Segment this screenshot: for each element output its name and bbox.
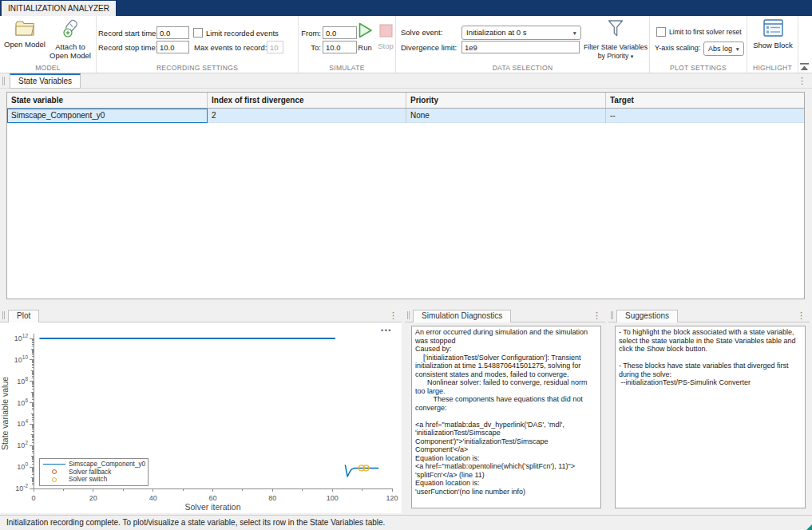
cell-priority[interactable]: None	[406, 109, 606, 123]
section-label-plot-settings: PLOT SETTINGS	[650, 64, 747, 72]
legend-circle-sample	[40, 477, 69, 482]
from-input[interactable]	[323, 26, 357, 39]
panel-drag-handle[interactable]	[407, 311, 410, 319]
tab-state-variables[interactable]: State Variables	[10, 73, 81, 89]
diagnostics-content: An error occurred during simulation and …	[405, 322, 605, 513]
suggestions-tabbar: Suggestions ⋮	[608, 309, 810, 322]
y-axis-scaling-dropdown[interactable]: Abs log ▼	[703, 42, 744, 56]
simulation-diagnostics-panel: Simulation Diagnostics ⋮ An error occurr…	[405, 309, 605, 513]
svg-text:120: 120	[386, 494, 398, 502]
max-events-to-record-label: Max events to record:	[194, 42, 267, 53]
tab-suggestions[interactable]: Suggestions	[616, 310, 678, 322]
open-model-button[interactable]: Open Model	[3, 18, 46, 49]
state-variables-menu-icon[interactable]: ⋮	[798, 77, 806, 85]
from-label: From:	[300, 27, 321, 39]
plot-overflow-icon[interactable]: •••	[381, 326, 392, 334]
section-model: Open Model Attach to Open Model MODEL	[0, 16, 97, 73]
section-simulate: From: To: Run Stop SIMUL	[299, 16, 396, 73]
plot-panel: Plot ⋮ ••• 10-21001021041061081010101202…	[0, 309, 402, 513]
section-label-data-selection: DATA SELECTION	[396, 64, 649, 72]
svg-text:60: 60	[208, 494, 216, 502]
y-axis-scaling-label: Y-axis scaling:	[655, 42, 700, 54]
plot-menu-icon[interactable]: ⋮	[389, 311, 398, 320]
cell-index-of-first-divergence[interactable]: 2	[208, 109, 406, 123]
title-bar: INITIALIZATION ANALYZER	[0, 0, 812, 16]
plot-tabbar: Plot ⋮	[0, 309, 402, 322]
filter-funnel-icon	[581, 19, 650, 41]
table-row[interactable]: Simscape_Component_y0 2 None --	[7, 109, 804, 123]
table-header-row: State variable Index of first divergence…	[7, 93, 804, 109]
resize-grip[interactable]	[806, 524, 812, 530]
header-target[interactable]: Target	[606, 93, 804, 108]
panel-drag-handle[interactable]	[611, 311, 613, 319]
svg-text:20: 20	[89, 494, 97, 502]
filter-caret-icon: ▾	[631, 53, 634, 59]
panel-drag-handle[interactable]	[2, 311, 5, 319]
state-variables-tabbar	[0, 73, 812, 89]
dropdown-caret-icon: ▼	[572, 27, 577, 40]
attach-to-open-model-button[interactable]: Attach to Open Model	[48, 18, 93, 60]
svg-text:0: 0	[31, 494, 35, 502]
stop-label: Stop	[378, 42, 394, 50]
run-label: Run	[358, 43, 371, 52]
open-model-label: Open Model	[4, 40, 46, 49]
collapse-ribbon-icon[interactable]	[799, 61, 810, 70]
svg-text:106: 106	[17, 398, 28, 407]
filter-state-variables-label: Filter State Variables by Priority	[584, 43, 648, 60]
svg-text:1012: 1012	[14, 333, 29, 342]
record-stop-time-input[interactable]	[156, 41, 189, 53]
header-index-of-first-divergence[interactable]: Index of first divergence	[208, 93, 406, 108]
solve-event-dropdown[interactable]: Initialization at 0 s ▼	[461, 26, 581, 40]
header-priority[interactable]: Priority	[406, 93, 606, 108]
diagnostics-menu-icon[interactable]: ⋮	[592, 311, 601, 320]
legend-label: Solver fallback	[69, 469, 111, 476]
suggestions-panel: Suggestions ⋮ - To highlight the block a…	[608, 309, 810, 513]
suggestions-menu-icon[interactable]: ⋮	[797, 311, 806, 320]
solve-event-label: Solve event:	[401, 26, 442, 38]
status-bar: Initialization recording complete. To pl…	[0, 515, 812, 530]
legend-line-sample	[40, 464, 69, 465]
record-start-time-label: Record start time:	[98, 27, 155, 39]
to-label: To:	[300, 42, 321, 53]
folder-icon	[3, 19, 46, 38]
cell-target[interactable]: --	[606, 109, 804, 123]
plot-content: ••• 10-210010210410610810101012020406080…	[0, 322, 402, 513]
show-block-list-icon	[751, 19, 794, 38]
svg-text:100: 100	[327, 494, 339, 502]
cell-state-variable[interactable]: Simscape_Component_y0	[7, 109, 208, 123]
header-state-variable[interactable]: State variable	[7, 93, 208, 108]
limit-first-solver-reset-checkbox[interactable]	[656, 27, 666, 37]
tab-simulation-diagnostics[interactable]: Simulation Diagnostics	[413, 310, 511, 322]
section-recording-settings: Record start time: Limit recorded events…	[97, 16, 299, 73]
show-block-button[interactable]: Show Block	[751, 18, 794, 49]
tab-plot[interactable]: Plot	[8, 310, 39, 322]
legend-circle-sample	[40, 469, 69, 474]
limit-recorded-events-checkbox[interactable]	[193, 28, 203, 38]
svg-text:10-2: 10-2	[15, 483, 28, 492]
legend-item[interactable]: Solver fallback	[40, 469, 148, 477]
limit-first-solver-reset-label: Limit to first solver reset	[669, 26, 742, 38]
filter-state-variables-button[interactable]: Filter State Variables by Priority ▾	[581, 18, 650, 61]
attach-to-open-model-label: Attach to Open Model	[50, 42, 91, 60]
panel-drag-handle[interactable]	[2, 77, 5, 85]
legend-item[interactable]: Simscape_Component_y0	[40, 461, 148, 469]
section-data-selection: Solve event: Initialization at 0 s ▼ Div…	[396, 16, 650, 73]
record-start-time-input[interactable]	[156, 26, 189, 39]
run-play-icon	[355, 22, 375, 41]
divergence-limit-input[interactable]	[461, 41, 580, 53]
svg-text:104: 104	[17, 418, 28, 428]
legend-item[interactable]: Solver switch	[40, 476, 148, 484]
section-label-model: MODEL	[0, 64, 96, 72]
attach-link-icon	[48, 19, 93, 40]
svg-text:80: 80	[268, 494, 276, 502]
section-label-recording-settings: RECORDING SETTINGS	[97, 64, 298, 72]
initialization-analyzer-app: INITIALIZATION ANALYZER Open Model	[0, 0, 812, 530]
legend-label: Solver switch	[69, 476, 107, 483]
to-input[interactable]	[323, 41, 357, 53]
limit-recorded-events-label: Limit recorded events	[206, 27, 279, 39]
run-button[interactable]: Run	[355, 21, 375, 52]
tab-initialization-analyzer[interactable]: INITIALIZATION ANALYZER	[2, 1, 116, 16]
suggestions-text: - To highlight the block associated with…	[615, 326, 806, 508]
section-plot-settings: Limit to first solver reset Y-axis scali…	[650, 16, 747, 73]
stop-button: Stop	[376, 23, 395, 50]
